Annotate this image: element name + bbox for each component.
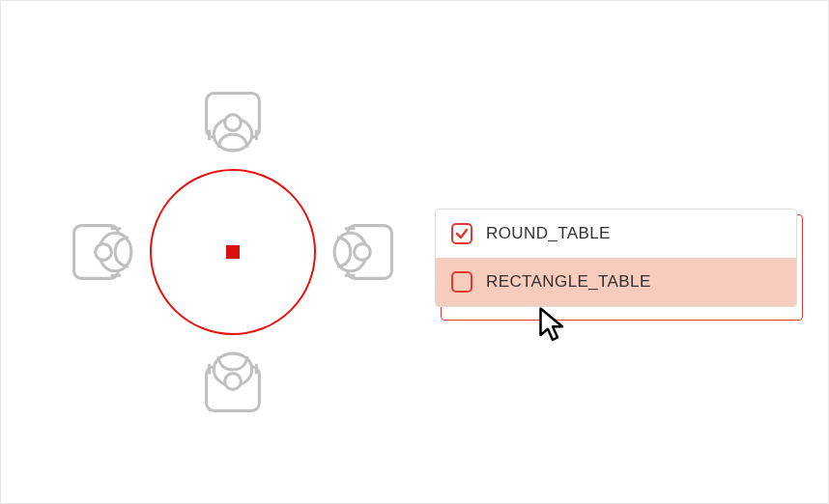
person-on-chair-icon	[196, 86, 270, 159]
svg-point-8	[225, 374, 242, 390]
person-on-chair-icon	[326, 215, 399, 289]
svg-point-11	[96, 244, 112, 261]
option-round-table[interactable]: ROUND_TABLE	[436, 210, 796, 258]
cursor-pointer-icon	[538, 306, 567, 345]
checkbox-unchecked-icon	[451, 271, 472, 293]
editor-canvas: ROUND_TABLE RECTANGLE_TABLE	[0, 0, 829, 504]
person-on-chair-icon	[67, 215, 140, 289]
person-on-chair-icon	[196, 345, 270, 418]
svg-point-2	[225, 115, 242, 131]
checkbox-checked-icon	[451, 223, 472, 244]
round-table[interactable]	[150, 169, 316, 335]
option-label: ROUND_TABLE	[486, 224, 611, 243]
svg-point-5	[355, 244, 371, 261]
seat-top	[196, 86, 270, 159]
table-type-dropdown: ROUND_TABLE RECTANGLE_TABLE	[435, 209, 797, 307]
table-center-handle[interactable]	[226, 245, 240, 259]
seat-bottom	[196, 345, 270, 418]
seat-left	[67, 215, 140, 289]
seat-right	[326, 215, 399, 289]
dropdown-panel: ROUND_TABLE RECTANGLE_TABLE	[435, 209, 797, 307]
option-rectangle-table[interactable]: RECTANGLE_TABLE	[436, 258, 796, 306]
option-label: RECTANGLE_TABLE	[486, 272, 651, 292]
